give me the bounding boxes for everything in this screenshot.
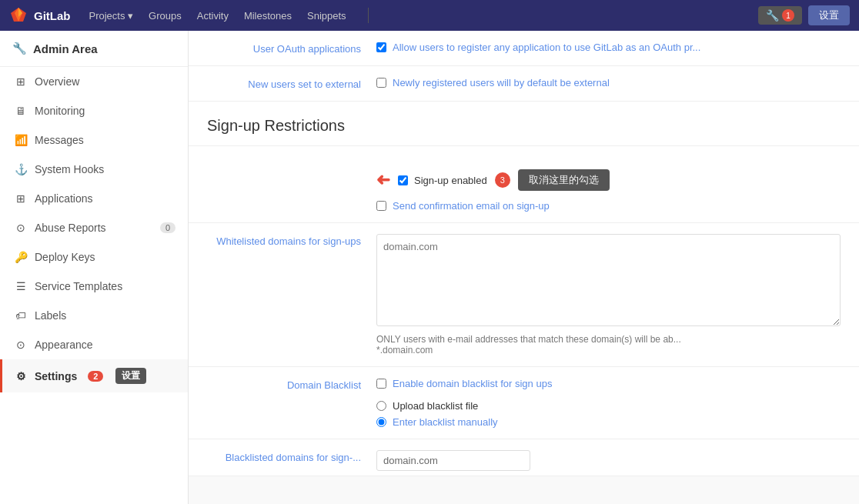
abuse-icon: ⊙ bbox=[15, 222, 27, 234]
settings-icon: ⚙ bbox=[15, 370, 27, 382]
upload-blacklist-radio[interactable] bbox=[376, 401, 386, 411]
messages-icon: 📶 bbox=[15, 134, 27, 146]
sidebar-item-service-templates[interactable]: ☰ Service Templates bbox=[0, 272, 188, 301]
signup-enabled-label-empty bbox=[207, 157, 376, 159]
blacklist-label: Domain Blacklist bbox=[207, 378, 376, 391]
new-users-checkbox-label: Newly registered users will by default b… bbox=[393, 77, 610, 88]
send-confirmation-row: Send confirmation email on sign-up bbox=[376, 200, 841, 212]
user-oauth-label: User OAuth applications bbox=[207, 42, 376, 55]
sidebar-item-overview[interactable]: ⊞ Overview bbox=[0, 67, 188, 96]
new-users-checkbox[interactable] bbox=[376, 78, 386, 88]
arrow-icon: ➜ bbox=[376, 170, 390, 190]
settings-badge: 2 bbox=[88, 371, 103, 382]
sidebar-item-labels[interactable]: 🏷 Labels bbox=[0, 301, 188, 330]
sidebar-item-settings[interactable]: ⚙ Settings 2 设置 bbox=[0, 359, 188, 392]
wrench-badge: 1 bbox=[782, 9, 794, 22]
whitelist-label: Whitelisted domains for sign-ups bbox=[207, 234, 376, 247]
nav-groups[interactable]: Groups bbox=[142, 7, 188, 25]
nav-separator bbox=[368, 8, 369, 23]
blacklisted-domains-label: Blacklisted domains for sign-... bbox=[207, 450, 376, 463]
step-3-badge: 3 bbox=[495, 172, 510, 188]
user-oauth-checkbox-row: Allow users to register any application … bbox=[376, 42, 841, 53]
sidebar-item-deploy-keys[interactable]: 🔑 Deploy Keys bbox=[0, 242, 188, 272]
signup-enabled-row: ➜ Sign-up enabled 3 取消这里的勾选 Send confirm… bbox=[189, 146, 859, 223]
signup-enabled-checkbox[interactable] bbox=[398, 175, 408, 185]
top-navigation: GitLab Projects ▾ Groups Activity Milest… bbox=[0, 0, 859, 31]
logo[interactable]: GitLab bbox=[9, 6, 71, 25]
nav-right: 🔧 1 设置 bbox=[758, 5, 850, 25]
send-confirmation-label: Send confirmation email on sign-up bbox=[393, 200, 550, 212]
monitoring-icon: 🖥 bbox=[15, 105, 27, 117]
nav-activity[interactable]: Activity bbox=[191, 7, 235, 25]
sidebar-item-monitoring[interactable]: 🖥 Monitoring bbox=[0, 96, 188, 125]
blacklist-row: Domain Blacklist Enable domain blacklist… bbox=[189, 367, 859, 439]
whitelist-control: ONLY users with e-mail addresses that ma… bbox=[376, 234, 841, 355]
user-oauth-control: Allow users to register any application … bbox=[376, 42, 841, 53]
sidebar-item-appearance[interactable]: ⊙ Appearance bbox=[0, 330, 188, 359]
signup-title: Sign-up Restrictions bbox=[207, 117, 841, 135]
service-icon: ☰ bbox=[15, 280, 27, 292]
wrench-icon: 🔧 bbox=[766, 9, 779, 22]
settings-content: User OAuth applications Allow users to r… bbox=[189, 31, 859, 504]
nav-links: Projects ▾ Groups Activity Milestones Sn… bbox=[83, 7, 353, 25]
sidebar-header: 🔧 Admin Area bbox=[0, 31, 188, 67]
settings-btn-label: 设置 bbox=[115, 368, 146, 384]
enable-blacklist-checkbox[interactable] bbox=[376, 379, 386, 389]
appearance-icon: ⊙ bbox=[15, 339, 27, 351]
applications-icon: ⊞ bbox=[15, 192, 27, 205]
signup-enabled-text: Sign-up enabled bbox=[414, 175, 487, 186]
new-users-control: Newly registered users will by default b… bbox=[376, 77, 841, 88]
signup-enabled-control: ➜ Sign-up enabled 3 取消这里的勾选 Send confirm… bbox=[376, 157, 841, 212]
sidebar: 🔧 Admin Area ⊞ Overview 🖥 Monitoring 📶 M… bbox=[0, 31, 189, 504]
whitelist-help: ONLY users with e-mail addresses that ma… bbox=[376, 334, 841, 355]
enter-manually-label: Enter blacklist manually bbox=[393, 416, 498, 428]
enter-manually-radio[interactable] bbox=[376, 417, 386, 427]
whitelist-textarea[interactable] bbox=[376, 234, 841, 326]
sidebar-item-messages[interactable]: 📶 Messages bbox=[0, 125, 188, 155]
nav-milestones[interactable]: Milestones bbox=[238, 7, 298, 25]
user-oauth-row: User OAuth applications Allow users to r… bbox=[189, 31, 859, 66]
enter-manually-row: Enter blacklist manually bbox=[376, 416, 841, 428]
whitelist-row: Whitelisted domains for sign-ups ONLY us… bbox=[189, 223, 859, 367]
signup-enabled-checkbox-row: Sign-up enabled bbox=[398, 175, 487, 186]
wrench-icon-sidebar: 🔧 bbox=[12, 42, 27, 55]
enable-blacklist-row: Enable domain blacklist for sign ups bbox=[376, 378, 841, 389]
user-oauth-checkbox[interactable] bbox=[376, 42, 386, 52]
new-users-row: New users set to external Newly register… bbox=[189, 66, 859, 102]
user-oauth-checkbox-label: Allow users to register any application … bbox=[393, 42, 700, 53]
blacklisted-domains-input[interactable] bbox=[376, 450, 530, 471]
nav-projects[interactable]: Projects ▾ bbox=[83, 7, 140, 25]
cancel-signup-button[interactable]: 取消这里的勾选 bbox=[518, 169, 610, 191]
new-users-checkbox-row: Newly registered users will by default b… bbox=[376, 77, 841, 88]
blacklisted-domains-control bbox=[376, 450, 841, 471]
signup-section-header: Sign-up Restrictions bbox=[189, 102, 859, 146]
page-layout: 🔧 Admin Area ⊞ Overview 🖥 Monitoring 📶 M… bbox=[0, 31, 859, 504]
sidebar-item-system-hooks[interactable]: ⚓ System Hooks bbox=[0, 155, 188, 184]
new-users-label: New users set to external bbox=[207, 77, 376, 90]
labels-icon: 🏷 bbox=[15, 309, 27, 322]
blacklist-control: Enable domain blacklist for sign ups Upl… bbox=[376, 378, 841, 428]
upload-blacklist-row: Upload blacklist file bbox=[376, 400, 841, 412]
sidebar-item-abuse-reports[interactable]: ⊙ Abuse Reports 0 bbox=[0, 213, 188, 242]
blacklisted-domains-row: Blacklisted domains for sign-... bbox=[189, 439, 859, 476]
upload-blacklist-label: Upload blacklist file bbox=[393, 400, 478, 412]
nav-snippets[interactable]: Snippets bbox=[301, 7, 353, 25]
main-content: User OAuth applications Allow users to r… bbox=[189, 31, 859, 504]
hooks-icon: ⚓ bbox=[15, 163, 27, 175]
sidebar-item-applications[interactable]: ⊞ Applications bbox=[0, 184, 188, 213]
enable-blacklist-label: Enable domain blacklist for sign ups bbox=[393, 378, 552, 389]
deploy-icon: 🔑 bbox=[15, 251, 27, 263]
send-confirmation-checkbox[interactable] bbox=[376, 201, 386, 211]
admin-wrench[interactable]: 🔧 1 bbox=[758, 6, 802, 25]
topnav-settings-button[interactable]: 设置 bbox=[808, 5, 850, 25]
signup-annotation: ➜ Sign-up enabled 3 取消这里的勾选 bbox=[376, 157, 841, 195]
abuse-badge: 0 bbox=[160, 222, 175, 233]
overview-icon: ⊞ bbox=[15, 75, 27, 88]
